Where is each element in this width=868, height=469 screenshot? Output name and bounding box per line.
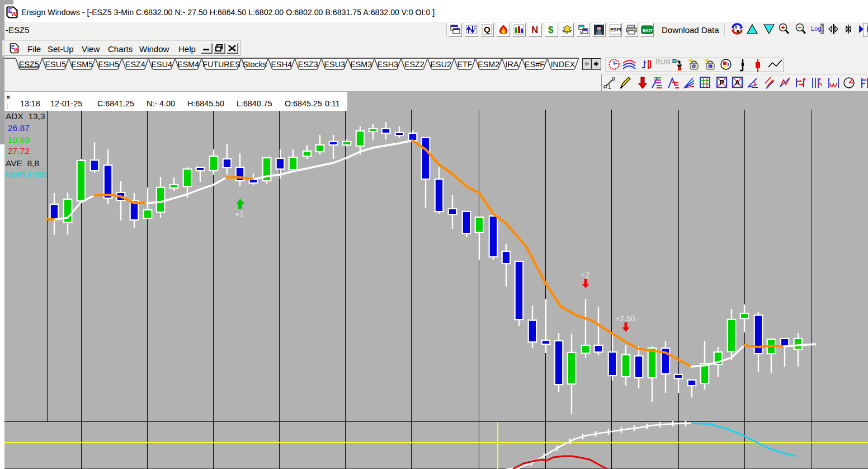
svg-text:F: F (819, 77, 822, 82)
svg-text:W: W (14, 47, 19, 53)
svg-text:ESH5: ESH5 (98, 60, 119, 69)
svg-text:FUTURES: FUTURES (202, 60, 240, 69)
svg-text:ESZ4: ESZ4 (125, 60, 145, 69)
svg-text:ESU3: ESU3 (324, 60, 345, 69)
svg-text:13:18: 13:18 (20, 99, 40, 108)
svg-text:W: W (11, 11, 17, 17)
svg-text:B: B (737, 30, 739, 34)
svg-text:EXIT: EXIT (643, 28, 653, 33)
svg-text:ESH4: ESH4 (271, 60, 292, 69)
svg-text:+1: +1 (235, 210, 244, 219)
svg-text:×: × (6, 93, 11, 101)
svg-text:ESZ3: ESZ3 (298, 60, 318, 69)
svg-text:INDEX: INDEX (551, 60, 575, 69)
svg-text:ESZ5: ESZ5 (19, 60, 39, 69)
svg-text:L:6840.75: L:6840.75 (237, 99, 272, 108)
svg-text:IRA: IRA (506, 60, 519, 69)
svg-text:O:6845.25: O:6845.25 (285, 99, 322, 108)
svg-text:$: $ (548, 25, 554, 35)
svg-text:ETF: ETF (457, 60, 472, 69)
svg-text:12-01-25: 12-01-25 (50, 99, 82, 108)
svg-text:6846.4155: 6846.4155 (6, 170, 46, 179)
svg-text:ESM5: ESM5 (71, 60, 93, 69)
svg-text:N:- 4.00: N:- 4.00 (147, 99, 175, 108)
svg-text:27.72: 27.72 (8, 146, 30, 156)
svg-text:0:11: 0:11 (325, 99, 340, 108)
svg-text:A: A (735, 79, 740, 87)
svg-text:¦: ¦ (7, 103, 8, 109)
svg-text:AVE 8,8: AVE 8,8 (6, 158, 39, 168)
svg-text:C:6841.25: C:6841.25 (97, 99, 134, 108)
svg-text:ESM2: ESM2 (478, 60, 499, 69)
svg-text:1: 1 (608, 84, 611, 90)
svg-text:ESU4: ESU4 (152, 60, 172, 69)
svg-text:ADX 13,3: ADX 13,3 (6, 111, 45, 121)
svg-text:ESU5: ESU5 (45, 60, 66, 69)
svg-text:26.87: 26.87 (8, 123, 30, 133)
svg-text:P: P (720, 79, 724, 87)
svg-text:+2.50: +2.50 (615, 314, 635, 323)
svg-text:L: L (709, 64, 712, 69)
svg-text:ESH3: ESH3 (378, 60, 398, 69)
svg-text:+2: +2 (581, 270, 589, 279)
svg-text:ESM4: ESM4 (177, 60, 199, 69)
svg-text:ESZ2: ESZ2 (404, 60, 424, 69)
svg-text:Q: Q (484, 25, 490, 34)
svg-text:H:6845.50: H:6845.50 (187, 99, 224, 108)
svg-text:ESU2: ESU2 (431, 60, 451, 69)
svg-text:Log: Log (811, 25, 821, 32)
svg-text:S: S (693, 64, 696, 69)
svg-text:Stocks: Stocks (243, 60, 267, 69)
svg-text:N: N (531, 25, 538, 35)
svg-text:F: F (804, 77, 806, 82)
svg-text:ESM3: ESM3 (350, 60, 372, 69)
svg-text:5: 5 (735, 25, 737, 29)
svg-text:ESPL: ESPL (610, 27, 621, 32)
svg-text:ES#F: ES#F (525, 60, 545, 69)
svg-text:10.69: 10.69 (8, 135, 30, 144)
